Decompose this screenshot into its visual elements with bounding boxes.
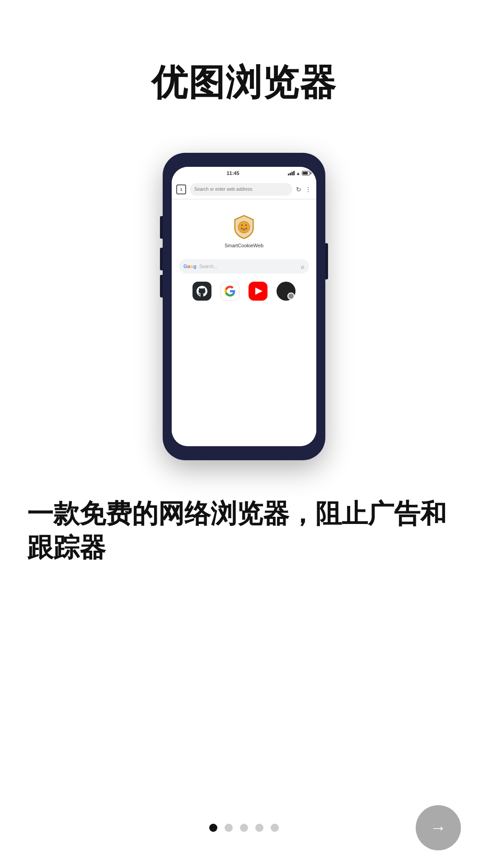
phone-shell: 11:45 ▲ 1 bbox=[163, 153, 325, 460]
phone-screen: 11:45 ▲ 1 bbox=[172, 167, 316, 446]
phone-mockup: 11:45 ▲ 1 bbox=[163, 153, 325, 460]
scw-logo: SmartCookieWeb bbox=[225, 213, 263, 248]
refresh-icon[interactable]: ↻ bbox=[296, 186, 301, 193]
scw-label: SmartCookieWeb bbox=[225, 243, 263, 248]
status-time: 11:45 bbox=[226, 170, 239, 176]
dot-5[interactable] bbox=[271, 824, 279, 832]
dark-circle-icon bbox=[277, 282, 296, 301]
next-arrow-icon: → bbox=[430, 818, 446, 837]
signal-icon bbox=[288, 171, 295, 175]
shortcut-dark[interactable] bbox=[277, 282, 296, 301]
pagination-dots bbox=[209, 824, 279, 832]
next-button[interactable]: → bbox=[416, 805, 461, 850]
github-icon bbox=[192, 282, 211, 301]
google-g-icon: Goog bbox=[183, 264, 197, 269]
address-field[interactable]: Search or enter web address bbox=[190, 183, 292, 196]
address-placeholder: Search or enter web address bbox=[194, 187, 252, 192]
menu-icon[interactable]: ⋮ bbox=[305, 186, 312, 193]
address-bar[interactable]: 1 Search or enter web address ↻ ⋮ bbox=[172, 179, 316, 199]
browser-content: SmartCookieWeb Goog Search... ⌕ bbox=[172, 199, 316, 446]
svg-point-2 bbox=[241, 224, 243, 226]
status-right: ▲ bbox=[288, 171, 310, 176]
github-logo-icon bbox=[197, 286, 207, 297]
youtube-icon bbox=[249, 282, 267, 301]
google-search-placeholder: Search... bbox=[199, 264, 298, 269]
dot-3[interactable] bbox=[240, 824, 248, 832]
shortcut-youtube[interactable] bbox=[249, 282, 267, 301]
shortcuts-row bbox=[192, 282, 296, 301]
app-title: 优图浏览器 bbox=[151, 59, 337, 108]
scw-shield-icon bbox=[230, 213, 258, 240]
play-icon bbox=[255, 288, 263, 295]
svg-point-3 bbox=[245, 224, 247, 226]
google-icon bbox=[221, 282, 239, 301]
dot-2[interactable] bbox=[225, 824, 233, 832]
bottom-navigation: → bbox=[0, 824, 488, 832]
status-bar: 11:45 ▲ bbox=[172, 167, 316, 179]
dot-1[interactable] bbox=[209, 824, 217, 832]
google-search-bar[interactable]: Goog Search... ⌕ bbox=[179, 259, 309, 274]
shortcut-google[interactable] bbox=[221, 282, 239, 301]
shortcut-github[interactable] bbox=[192, 282, 211, 301]
svg-point-1 bbox=[239, 222, 249, 233]
wifi-icon: ▲ bbox=[296, 171, 300, 176]
subtitle-text: 一款免费的网络浏览器，阻止广告和跟踪器 bbox=[0, 496, 488, 565]
search-lens-icon[interactable]: ⌕ bbox=[301, 263, 305, 270]
dot-4[interactable] bbox=[255, 824, 263, 832]
battery-icon bbox=[302, 171, 310, 175]
tab-count-icon[interactable]: 1 bbox=[176, 184, 186, 194]
